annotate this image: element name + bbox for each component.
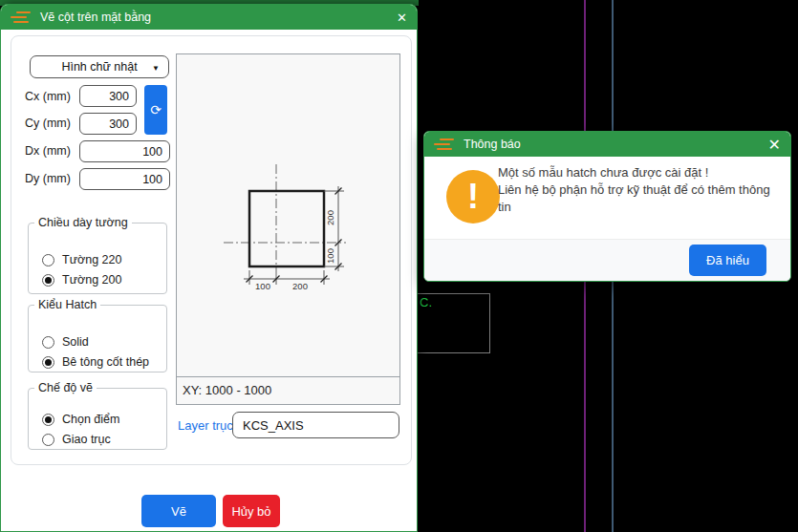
radio-label: Solid (62, 335, 89, 349)
notification-message: Một số mẫu hatch chưa được cài đặt ! Liê… (498, 164, 779, 216)
acknowledge-button[interactable]: Đã hiểu (689, 245, 766, 276)
notification-title: Thông báo (464, 138, 760, 151)
sync-cx-cy-button[interactable]: ⟳ (144, 85, 167, 135)
notification-body: ! Một số mẫu hatch chưa được cài đặt ! L… (424, 157, 790, 242)
dialog-title: Vẽ cột trên mặt bằng (40, 11, 388, 24)
message-line-2: Liên hệ bộ phận hỗ trợ kỹ thuật để có th… (498, 181, 779, 216)
radio-icon[interactable] (42, 274, 54, 287)
radio-hatch-concrete[interactable]: Bê tông cốt thép (42, 355, 149, 369)
column-drawing: 200 100 100 200 (177, 54, 399, 379)
cy-label: Cy (mm) (25, 117, 71, 130)
shape-select-value: Hình chữ nhật (61, 60, 137, 74)
refresh-icon: ⟳ (150, 102, 162, 117)
radio-wall-200[interactable]: Tường 200 (42, 273, 121, 287)
close-icon[interactable]: ✕ (397, 11, 407, 24)
hatch-type-group: Kiểu Hatch Solid Bê tông cốt thép (28, 305, 167, 372)
notification-footer: Đã hiểu (424, 239, 790, 281)
draw-column-dialog: Vẽ cột trên mặt bằng ✕ Hình chữ nhật ▼ C… (0, 4, 418, 532)
warning-icon: ! (446, 170, 500, 223)
layer-label: Layer trục (178, 418, 233, 433)
wall-thickness-legend: Chiều dày tường (34, 216, 132, 229)
radio-wall-220[interactable]: Tường 220 (42, 253, 121, 266)
wall-thickness-group: Chiều dày tường Tường 220 Tường 200 (28, 223, 167, 294)
axis-grid-label: C. (420, 295, 432, 309)
radio-label: Chọn điểm (62, 413, 119, 426)
radio-icon[interactable] (42, 356, 54, 369)
app-screen: C. Vẽ cột trên mặt bằng ✕ Hình chữ nhật … (0, 0, 798, 532)
radio-axis-intersection[interactable]: Giao trục (42, 433, 111, 446)
xy-status-text: XY: 1000 - 1000 (177, 376, 399, 404)
dim-bottom-right: 200 (292, 281, 308, 291)
draw-column-titlebar[interactable]: Vẽ cột trên mặt bằng ✕ (1, 5, 417, 30)
radio-label: Giao trục (62, 433, 111, 446)
radio-label: Bê tông cốt thép (62, 355, 149, 369)
cancel-button[interactable]: Hủy bỏ (223, 495, 280, 527)
dx-label: Dx (mm) (25, 144, 71, 158)
dy-input[interactable] (79, 168, 170, 190)
dx-input[interactable] (79, 140, 170, 162)
app-logo-icon (434, 138, 455, 151)
close-icon[interactable]: ✕ (768, 138, 781, 151)
radio-icon[interactable] (42, 414, 54, 426)
message-line-1: Một số mẫu hatch chưa được cài đặt ! (498, 164, 779, 181)
chevron-down-icon: ▼ (152, 64, 160, 73)
radio-hatch-solid[interactable]: Solid (42, 335, 89, 349)
radio-icon[interactable] (42, 434, 54, 446)
column-preview-pane: 200 100 100 200 XY: 1000 - 1000 (176, 53, 400, 405)
radio-icon[interactable] (42, 336, 54, 349)
radio-pick-point[interactable]: Chọn điểm (42, 413, 119, 426)
layer-input[interactable] (232, 412, 399, 438)
drawing-rectangle (405, 293, 490, 353)
shape-select[interactable]: Hình chữ nhật ▼ (30, 55, 169, 78)
cy-input[interactable] (79, 113, 137, 135)
app-logo-icon (11, 11, 32, 24)
cx-label: Cx (mm) (25, 90, 71, 103)
radio-label: Tường 220 (62, 253, 121, 266)
draw-mode-legend: Chế độ vẽ (34, 381, 97, 394)
hatch-type-legend: Kiểu Hatch (34, 298, 100, 311)
radio-icon[interactable] (42, 254, 54, 266)
radio-label: Tường 200 (62, 273, 121, 287)
dim-right-top: 200 (325, 210, 335, 225)
notification-dialog: Thông báo ✕ ! Một số mẫu hatch chưa được… (423, 131, 791, 282)
dim-right-bottom: 100 (325, 248, 335, 264)
draw-mode-group: Chế độ vẽ Chọn điểm Giao trục (28, 388, 167, 450)
draw-button[interactable]: Vẽ (141, 495, 216, 527)
notification-titlebar[interactable]: Thông báo ✕ (424, 132, 790, 157)
exclamation-glyph: ! (467, 177, 479, 217)
dy-label: Dy (mm) (25, 172, 71, 185)
dim-bottom-left: 100 (255, 281, 270, 291)
cx-input[interactable] (79, 85, 137, 107)
